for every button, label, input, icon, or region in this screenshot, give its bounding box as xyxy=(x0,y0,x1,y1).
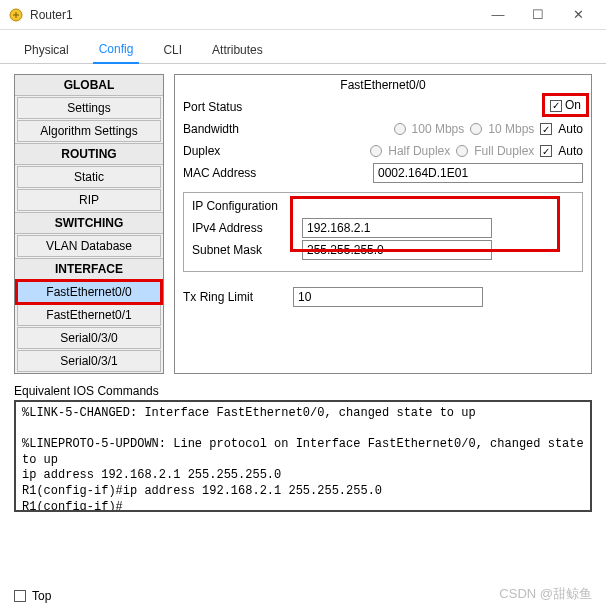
sidebar-item-settings[interactable]: Settings xyxy=(17,97,161,119)
bandwidth-10-label: 10 Mbps xyxy=(488,122,534,136)
duplex-half-radio[interactable] xyxy=(370,145,382,157)
port-status-on-label: On xyxy=(565,98,581,112)
bandwidth-100-radio[interactable] xyxy=(394,123,406,135)
sidebar-head-routing: ROUTING xyxy=(15,143,163,165)
watermark: CSDN @甜鲸鱼 xyxy=(499,585,592,603)
tab-config[interactable]: Config xyxy=(93,38,140,64)
mac-input[interactable] xyxy=(373,163,583,183)
bandwidth-100-label: 100 Mbps xyxy=(412,122,465,136)
duplex-auto-checkbox[interactable] xyxy=(540,145,552,157)
ios-commands-output[interactable]: %LINK-5-CHANGED: Interface FastEthernet0… xyxy=(14,400,592,512)
subnet-input[interactable] xyxy=(302,240,492,260)
bandwidth-label: Bandwidth xyxy=(183,122,293,136)
sidebar-head-interface: INTERFACE xyxy=(15,258,163,280)
minimize-button[interactable]: — xyxy=(478,7,518,22)
ip-config-label: IP Configuration xyxy=(192,199,574,213)
tab-attributes[interactable]: Attributes xyxy=(206,39,269,63)
ios-commands-label: Equivalent IOS Commands xyxy=(14,384,592,398)
tab-bar: Physical Config CLI Attributes xyxy=(0,30,606,64)
subnet-label: Subnet Mask xyxy=(192,243,302,257)
tab-cli[interactable]: CLI xyxy=(157,39,188,63)
sidebar-item-fe01[interactable]: FastEthernet0/1 xyxy=(17,304,161,326)
tx-input[interactable] xyxy=(293,287,483,307)
sidebar-item-vlan[interactable]: VLAN Database xyxy=(17,235,161,257)
sidebar-head-global: GLOBAL xyxy=(15,75,163,96)
ip-config-fieldset: IP Configuration IPv4 Address Subnet Mas… xyxy=(183,192,583,272)
sidebar-item-rip[interactable]: RIP xyxy=(17,189,161,211)
window-title: Router1 xyxy=(30,8,73,22)
footer: Top xyxy=(14,589,51,603)
sidebar-item-s031[interactable]: Serial0/3/1 xyxy=(17,350,161,372)
sidebar-head-switching: SWITCHING xyxy=(15,212,163,234)
sidebar-item-static[interactable]: Static xyxy=(17,166,161,188)
panel-title: FastEthernet0/0 xyxy=(183,75,583,96)
sidebar-item-fe00[interactable]: FastEthernet0/0 xyxy=(17,281,161,303)
top-label: Top xyxy=(32,589,51,603)
port-status-label: Port Status xyxy=(183,100,293,114)
titlebar: Router1 — ☐ ✕ xyxy=(0,0,606,30)
maximize-button[interactable]: ☐ xyxy=(518,7,558,22)
tx-label: Tx Ring Limit xyxy=(183,290,293,304)
bandwidth-10-radio[interactable] xyxy=(470,123,482,135)
ipv4-label: IPv4 Address xyxy=(192,221,302,235)
bandwidth-auto-checkbox[interactable] xyxy=(540,123,552,135)
port-status-on-highlight: On xyxy=(544,95,587,115)
close-button[interactable]: ✕ xyxy=(558,7,598,22)
mac-label: MAC Address xyxy=(183,166,293,180)
duplex-auto-label: Auto xyxy=(558,144,583,158)
duplex-half-label: Half Duplex xyxy=(388,144,450,158)
top-checkbox[interactable] xyxy=(14,590,26,602)
sidebar: GLOBAL Settings Algorithm Settings ROUTI… xyxy=(14,74,164,374)
sidebar-item-algorithm[interactable]: Algorithm Settings xyxy=(17,120,161,142)
bandwidth-auto-label: Auto xyxy=(558,122,583,136)
duplex-full-label: Full Duplex xyxy=(474,144,534,158)
ipv4-input[interactable] xyxy=(302,218,492,238)
sidebar-item-s030[interactable]: Serial0/3/0 xyxy=(17,327,161,349)
duplex-full-radio[interactable] xyxy=(456,145,468,157)
port-status-checkbox[interactable] xyxy=(550,100,562,112)
tab-physical[interactable]: Physical xyxy=(18,39,75,63)
duplex-label: Duplex xyxy=(183,144,293,158)
router-icon xyxy=(8,7,24,23)
main-panel: FastEthernet0/0 On Port Status Bandwidth… xyxy=(174,74,592,374)
